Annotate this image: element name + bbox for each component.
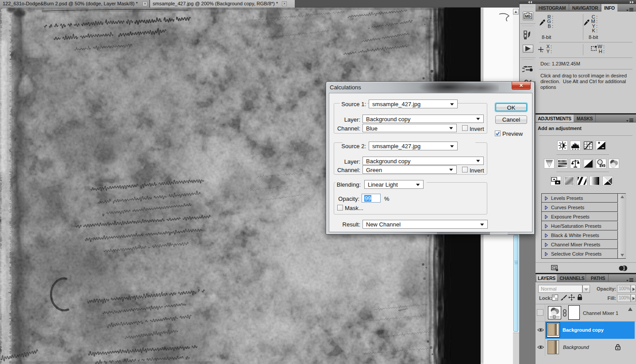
svg-text:Mb: Mb	[525, 14, 531, 19]
